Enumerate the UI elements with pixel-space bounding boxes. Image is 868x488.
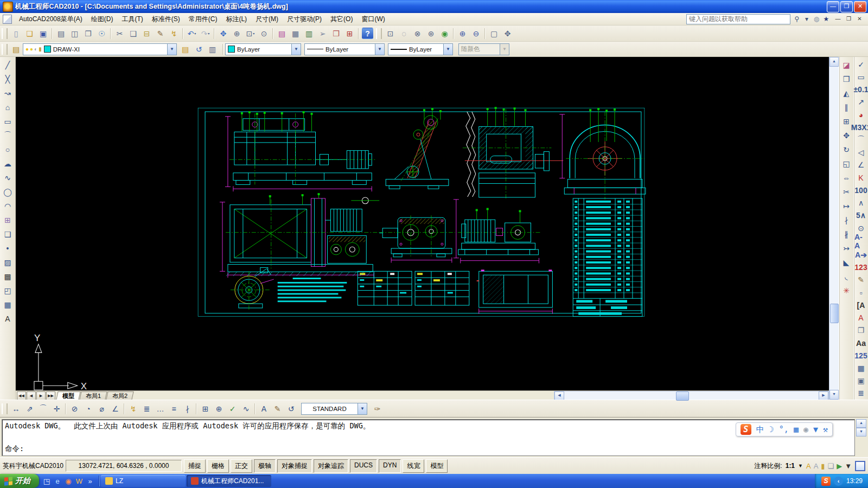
item-list-button[interactable]: ≣ [854, 387, 868, 400]
annotation-visibility-icon[interactable]: A [806, 462, 811, 470]
point-button[interactable]: • [1, 241, 15, 255]
tray-sogou-icon[interactable]: S [821, 477, 831, 486]
menu-item-9[interactable]: 窗口(W) [357, 13, 389, 25]
drawing-canvas[interactable]: .c{stroke:#00e0e0;fill:none;stroke-width… [16, 57, 829, 390]
rotate-button[interactable]: ↻ [839, 143, 853, 157]
dim-jogged-button[interactable]: ◔ [81, 402, 95, 415]
make-object-layer-current-button[interactable]: ▤ [178, 42, 192, 56]
tab-next-button[interactable]: ▶ [36, 391, 46, 400]
join-button[interactable]: ↣ [839, 241, 853, 255]
toolbar-lock-icon[interactable]: ▮ [821, 462, 825, 470]
part-number-button[interactable]: 123 [854, 261, 868, 274]
tool-palettes-button[interactable]: ▥ [302, 27, 316, 40]
spline-button[interactable]: ∿ [1, 171, 15, 185]
new-file-button[interactable]: ▯ [9, 27, 23, 40]
dim-text-edit-button[interactable]: ✎ [271, 402, 284, 415]
rectangle-button[interactable]: ▭ [1, 114, 15, 129]
layer-lock-icon[interactable]: ▮ [39, 47, 42, 52]
match-properties-button[interactable]: ✎ [154, 27, 167, 40]
tray-service-icon[interactable]: ❏ [827, 462, 834, 470]
plot-button[interactable]: ▤ [54, 27, 68, 40]
zoom-center-button[interactable]: ⊛ [424, 27, 438, 40]
fillet-symbol-button[interactable]: ⌒ [854, 133, 868, 146]
tolerance-button[interactable]: ±0.1 [854, 83, 868, 95]
scroll-up-button[interactable]: ▲ [829, 57, 839, 67]
edit-text-button[interactable]: Aa [854, 337, 868, 349]
zoom-previous-button[interactable]: ⊙ [257, 27, 271, 40]
tab-layout1[interactable]: 布局1 [79, 391, 107, 400]
revision-cloud-button[interactable]: ☁ [1, 157, 15, 171]
table-2-button[interactable]: ▦ [854, 362, 868, 374]
inspect-button[interactable]: ✓ [226, 402, 239, 415]
insert-block-button[interactable]: ⊞ [1, 213, 15, 227]
linetype-combo[interactable]: ByLayer ▼ [304, 43, 385, 55]
datum-button[interactable]: ✓ [854, 58, 868, 70]
toggle-栅格[interactable]: 栅格 [207, 459, 229, 473]
layer-plot-icon[interactable]: ◐ [34, 47, 37, 52]
quick-launch-more-icon[interactable]: » [85, 477, 95, 485]
toggle-正交[interactable]: 正交 [231, 459, 252, 473]
zoom-scale-button[interactable]: ⊗ [411, 27, 424, 40]
help-button[interactable]: ? [362, 28, 373, 39]
mirror-button[interactable]: ◭ [839, 86, 853, 100]
search-icon[interactable]: ⚲ [792, 15, 802, 24]
favorites-star-icon[interactable]: ★ [821, 15, 831, 24]
designcenter-button[interactable]: ▦ [289, 27, 302, 40]
ellipse-arc-button[interactable]: ◠ [1, 199, 15, 213]
text-button[interactable]: A [1, 312, 15, 326]
slope-symbol-button[interactable]: ∠ [854, 159, 868, 171]
command-text-area[interactable]: Autodesk DWG。 此文件上次由 Autodesk 应用程序或 Auto… [2, 419, 855, 456]
quick-launch-ie-icon[interactable]: e [52, 477, 63, 485]
horizontal-scroll-thumb[interactable] [676, 391, 689, 401]
annotation-autoscale-icon[interactable]: A [814, 462, 819, 470]
toggle-线宽[interactable]: 线宽 [403, 459, 424, 473]
image-button[interactable]: ▣ [854, 375, 868, 387]
erase-button[interactable]: ◪ [839, 58, 853, 72]
make-block-button[interactable]: ❑ [1, 227, 15, 241]
zoom-all-button[interactable]: ▢ [487, 27, 501, 40]
dim-baseline-button[interactable]: ≣ [140, 402, 154, 415]
scale-button[interactable]: ◱ [839, 157, 853, 171]
vertical-scrollbar[interactable]: ▲ ▼ [829, 57, 839, 400]
doc-restore-button[interactable]: ❐ [844, 15, 854, 24]
angle-symbol-button[interactable]: ∧ [854, 197, 868, 209]
dropdown-caret-icon[interactable]: ▾ [208, 31, 209, 35]
construction-line-button[interactable]: ╳ [1, 72, 15, 86]
layer-combo-dropdown[interactable]: ▼ [167, 44, 176, 55]
communication-center-icon[interactable]: ◍ [812, 15, 821, 24]
menu-item-8[interactable]: 其它(O) [326, 13, 357, 25]
chamfer-button[interactable]: ◣ [839, 255, 853, 269]
dim-ordinate-button[interactable]: ✛ [50, 402, 63, 415]
ime-wrench-icon[interactable]: ⚒ [823, 426, 828, 434]
line-button[interactable]: ╱ [1, 58, 15, 72]
toolbar-grip[interactable] [2, 403, 8, 414]
arc-text-button[interactable]: A [854, 311, 868, 324]
quick-dim-button[interactable]: ↯ [126, 402, 140, 415]
annotation-scale-value[interactable]: 1:1 [786, 462, 795, 470]
dim-arc-length-button[interactable]: ⌒ [36, 402, 50, 415]
zoom-out-button[interactable]: ⊖ [469, 27, 483, 40]
dim-diameter-button[interactable]: ⌀ [95, 402, 108, 415]
annotation-scale-dropdown[interactable]: ▼ [798, 463, 803, 468]
properties-palette-button[interactable]: ▤ [275, 27, 289, 40]
task-button-0[interactable]: LZ [101, 475, 186, 487]
ime-person-icon[interactable]: ◉ [803, 426, 808, 434]
number-text-button[interactable]: 125 [854, 349, 868, 362]
search-dropdown-icon[interactable]: ▾ [802, 15, 812, 24]
zoom-realtime-button[interactable]: ⊕ [230, 27, 244, 40]
dashed-rect-button[interactable]: ▫ [854, 286, 868, 299]
toolbar-grip[interactable] [2, 28, 8, 39]
dim-linear-button[interactable]: ↔ [9, 402, 23, 415]
break-button[interactable]: ∦ [839, 227, 853, 241]
toggle-DUCS[interactable]: DUCS [350, 459, 377, 473]
tab-prev-button[interactable]: ◀ [27, 391, 36, 400]
trim-button[interactable]: ✂ [839, 185, 853, 199]
tab-model[interactable]: 模型 [56, 391, 80, 400]
leader-button[interactable]: ↗ [854, 96, 868, 108]
menu-item-7[interactable]: 尺寸驱动(P) [283, 13, 326, 25]
dim-update-button[interactable]: ↺ [284, 402, 298, 415]
copy-clip-button[interactable]: ❑ [126, 27, 140, 40]
start-button[interactable]: 开始 [0, 474, 39, 488]
jog-line-button[interactable]: ∿ [239, 402, 253, 415]
cut-button[interactable]: ✂ [113, 27, 126, 40]
